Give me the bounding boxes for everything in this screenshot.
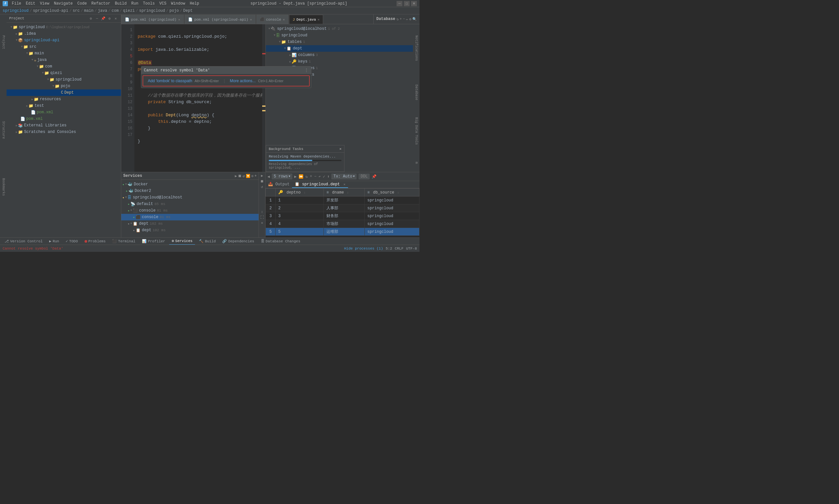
table-row[interactable]: 3 3 财务部 springcloud: [266, 212, 419, 220]
tab-pom-api[interactable]: 📄 pom.xml (springcloud-api) ✕: [185, 15, 256, 24]
tx-mode[interactable]: Tx: Auto: [333, 174, 352, 179]
cell-dname-2[interactable]: 人事部: [324, 204, 364, 212]
menu-run[interactable]: Run: [129, 1, 140, 6]
services-button[interactable]: ⚙ Services: [169, 238, 195, 245]
tree-idea[interactable]: ▶ 📁 .idea: [6, 31, 121, 37]
svc-item-console-parent[interactable]: ● ▼ ⬛ console 81 ms: [121, 207, 259, 214]
cell-deptno-1[interactable]: 1: [276, 197, 324, 204]
svc-item-dept-parent[interactable]: ● ▼ 📋 dept 102 ms: [121, 220, 259, 227]
last-page-icon[interactable]: ⏩: [299, 174, 303, 179]
pin-icon[interactable]: 📌: [101, 16, 106, 21]
db-table-container[interactable]: 🔑 deptno ↕ ≡ dname ↕: [265, 188, 419, 237]
next-page-icon[interactable]: ▶: [294, 174, 297, 179]
hide-processes[interactable]: Hide processes (1): [344, 247, 383, 251]
menu-vcs[interactable]: VCS: [157, 1, 169, 6]
code-content[interactable]: package com.qiezi.springcloud.pojo; impo…: [134, 24, 265, 172]
cell-db-5[interactable]: springcloud: [364, 228, 419, 236]
svc-maximize-icon[interactable]: ⛶: [260, 215, 264, 219]
db-item-keys[interactable]: ▶ 🔑 keys 1: [266, 58, 413, 65]
tree-main[interactable]: ▼ 📁 main: [6, 50, 121, 57]
menu-file[interactable]: File: [10, 1, 23, 6]
db-tab-springcloud-dept[interactable]: 📋 springcloud.dept ✕: [292, 181, 348, 188]
structure-label[interactable]: Structure: [1, 120, 6, 140]
bc-api[interactable]: springcloud-api: [33, 8, 68, 13]
settings-icon[interactable]: ⚙: [88, 16, 93, 21]
maximize-button[interactable]: □: [404, 1, 410, 6]
bc-springcloud2[interactable]: springcloud: [139, 8, 165, 13]
db-item-schema[interactable]: ▼ 🗄 springcloud: [266, 32, 413, 39]
menu-edit[interactable]: Edit: [24, 1, 37, 6]
sort-dname-icon[interactable]: ↕: [347, 191, 349, 195]
problems-button[interactable]: Problems: [82, 238, 108, 245]
line-ending[interactable]: CRLF: [395, 247, 403, 251]
maven-label[interactable]: m: [414, 160, 419, 165]
table-row[interactable]: 2 2 人事部 springcloud: [266, 204, 419, 212]
close-button[interactable]: ✕: [411, 1, 417, 6]
svc-stop-icon[interactable]: ⏹: [238, 174, 242, 178]
menu-refactor[interactable]: Refactor: [89, 1, 112, 6]
export-icon[interactable]: ⬆: [327, 174, 329, 179]
revert-icon[interactable]: ↶: [318, 174, 321, 179]
close-tab-icon[interactable]: ✕: [344, 183, 346, 186]
tree-springcloud-pkg[interactable]: ▼ 📁 springcloud: [6, 76, 121, 83]
db-item-connection[interactable]: ▼ 🔌 springcloud@localhost 1 of 2: [266, 25, 413, 32]
col-db-source[interactable]: ≡ db_source ↕: [364, 188, 419, 197]
table-row[interactable]: 1 1 开发部 springcloud: [266, 197, 419, 204]
bc-java[interactable]: java: [98, 8, 107, 13]
db-minus-icon[interactable]: −: [403, 17, 405, 21]
tree-com[interactable]: ▼ 📁 com: [6, 63, 121, 70]
close-panel-icon[interactable]: ✕: [113, 16, 118, 21]
refresh-results-icon[interactable]: ↻: [305, 174, 308, 179]
profiler-button[interactable]: 📊 Profiler: [139, 238, 168, 245]
bc-dept[interactable]: Dept: [183, 8, 193, 13]
cell-dname-5[interactable]: 运维部: [324, 228, 364, 236]
tab-close-icon3[interactable]: ✕: [283, 18, 285, 22]
database-side-label[interactable]: Database: [414, 83, 419, 102]
gear-icon[interactable]: ⚙: [107, 16, 112, 21]
svc-item-springcloud[interactable]: ● ▼ 🗄 springcloud@localhost: [121, 194, 259, 201]
tree-java[interactable]: ▼ ☕ java: [6, 57, 121, 63]
rows-per-page[interactable]: 5 rows: [274, 174, 288, 179]
tab-console[interactable]: ⬛ console ✕: [256, 15, 289, 24]
minimize-button[interactable]: ─: [397, 1, 402, 6]
add-lombok-button[interactable]: Add 'lombok' to classpath Alt+Shift+Ente…: [146, 78, 221, 84]
svc-restart-side-icon[interactable]: ↺: [261, 185, 263, 189]
tree-pom-api[interactable]: 📄 pom.xml: [6, 109, 121, 115]
bc-pojo[interactable]: pojo: [170, 8, 179, 13]
cell-deptno-3[interactable]: 3: [276, 212, 324, 220]
ddl-button[interactable]: DDL: [359, 174, 370, 179]
tree-springcloud-api[interactable]: ▼ 📦 springcloud-api: [6, 37, 121, 43]
cell-dname-4[interactable]: 市场部: [324, 220, 364, 228]
svc-item-console-child[interactable]: ● ⬛ console 81 ms: [121, 214, 259, 220]
sort-db-icon[interactable]: ↕: [397, 191, 399, 195]
db-add-icon[interactable]: +: [400, 17, 402, 21]
tab-dept-java[interactable]: J Dept.java ✕: [289, 15, 323, 24]
tree-qiezi[interactable]: ▼ 📁 qiezi: [6, 70, 121, 76]
tree-src[interactable]: ▼ 📁 src: [6, 43, 121, 50]
menu-build[interactable]: Build: [113, 1, 128, 6]
tree-dept-class[interactable]: C Dept: [6, 89, 121, 96]
tree-springcloud[interactable]: ▼ 📁 springcloud E:\logback\springcloud: [6, 24, 121, 31]
svc-restart-icon[interactable]: ↺: [243, 174, 245, 178]
delete-row-icon[interactable]: −: [314, 174, 317, 179]
project-label[interactable]: Project: [1, 34, 6, 50]
cell-db-1[interactable]: springcloud: [364, 197, 419, 204]
cell-dname-1[interactable]: 开发部: [324, 197, 364, 204]
menu-help[interactable]: Help: [188, 1, 201, 6]
version-control-button[interactable]: ⎇ Version Control: [2, 238, 45, 245]
bc-qiezi[interactable]: qiezi: [123, 8, 135, 13]
table-row[interactable]: 4 4 市场部 springcloud: [266, 220, 419, 228]
svc-item-dept-child[interactable]: ● 📋 dept 102 ms: [121, 227, 259, 234]
dependencies-button[interactable]: 🔗 Dependencies: [220, 238, 257, 245]
menu-window[interactable]: Window: [169, 1, 187, 6]
tree-pojo[interactable]: ▼ 📁 pojo: [6, 83, 121, 89]
terminal-button[interactable]: ⬛ Terminal: [109, 238, 138, 245]
bc-springcloud[interactable]: springcloud: [3, 8, 29, 13]
rows-dropdown-icon[interactable]: ▼: [289, 175, 290, 178]
cell-deptno-4[interactable]: 4: [276, 220, 324, 228]
code-editor[interactable]: 1 2 3 4 5 6 7 8 9 10 11 12 13 14: [121, 24, 265, 172]
menu-view[interactable]: View: [38, 1, 51, 6]
build-button[interactable]: 🔨 Build: [196, 238, 218, 245]
bc-com[interactable]: com: [112, 8, 119, 13]
cell-deptno-2[interactable]: 2: [276, 204, 324, 212]
